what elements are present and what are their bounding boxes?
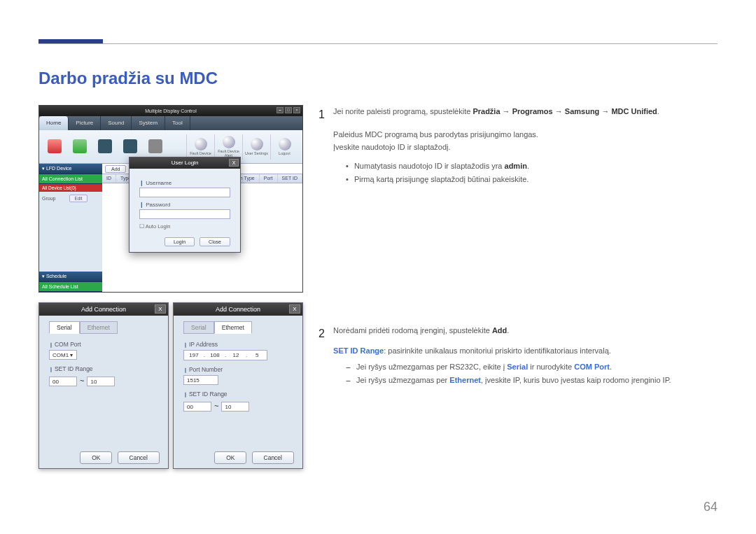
tab-home[interactable]: Home	[39, 116, 69, 130]
page-number: 64	[704, 500, 718, 514]
fault-device-icon	[195, 138, 207, 150]
page-title: Darbo pradžia su MDC	[38, 69, 218, 88]
auto-login-checkbox[interactable]: Auto Login	[139, 223, 230, 230]
add-button[interactable]: Add	[105, 165, 126, 173]
header-rule	[38, 43, 718, 44]
dialog-close-icon[interactable]: X	[289, 304, 300, 314]
com-port-label: COM Port	[49, 341, 158, 348]
step-2-number: 2	[318, 324, 331, 343]
login-button[interactable]: Login	[164, 237, 195, 246]
port-input[interactable]: 1515	[183, 375, 218, 385]
step-1: 1 Jei norite paleisti programą, spustelė…	[318, 105, 718, 185]
tab-picture[interactable]: Picture	[69, 116, 101, 130]
login-title: User Login X	[130, 157, 240, 169]
login-close-button[interactable]: Close	[200, 237, 230, 246]
tab-serial[interactable]: Serial	[49, 321, 80, 334]
step1-bullet-2: Pirmą kartą prisijungę slaptažodį būtina…	[346, 173, 711, 186]
step2-dash-2: Jei ryšys užmezgamas per Ethernet, įvesk…	[346, 374, 711, 387]
step-1-number: 1	[318, 105, 331, 124]
username-input[interactable]	[139, 188, 230, 197]
power-on-button[interactable]	[43, 134, 66, 160]
text-column: 1 Jei norite paleisti programą, spustelė…	[318, 105, 718, 399]
step1-p1: Paleidus MDC programą bus parodytas pris…	[333, 128, 711, 141]
login-dialog: User Login X Username Password Auto Logi…	[129, 157, 241, 253]
logout-button[interactable]: Logout	[270, 134, 298, 160]
sidebar-lfd-header[interactable]: ▾ LFD Device	[39, 164, 102, 174]
sidebar-schedule-list[interactable]: All Schedule List	[39, 282, 102, 292]
ok-button[interactable]: OK	[80, 451, 112, 464]
sidebar-edit-button[interactable]: Edit	[69, 195, 87, 202]
dialog-title: Add Connection	[81, 306, 126, 313]
input-source-button[interactable]	[94, 134, 116, 160]
tab-tool[interactable]: Tool	[165, 116, 190, 130]
dialog-title: Add Connection	[216, 306, 260, 313]
setid-from-input[interactable]: 00	[49, 377, 77, 386]
close-icon[interactable]: ×	[293, 107, 300, 113]
fault-alert-button[interactable]: Fault Device Alert	[214, 134, 242, 160]
password-input[interactable]	[139, 209, 230, 219]
setid-to-input-2[interactable]: 10	[221, 402, 249, 412]
password-label: Password	[139, 202, 230, 208]
step2-dash-1: Jei ryšys užmezgamas per RS232C, eikite …	[346, 360, 711, 374]
sidebar-schedule-header[interactable]: ▾ Schedule	[39, 272, 102, 282]
power-off-icon	[73, 139, 87, 153]
mdc-app-screenshot: Multiple Display Control ‒ □ × Home Pict…	[38, 105, 303, 293]
ip-label: IP Address	[183, 341, 293, 348]
step-2: 2 Norėdami pridėti rodomą įrenginį, spus…	[318, 324, 718, 386]
sidebar-conn-list[interactable]: All Connection List	[39, 174, 102, 184]
setid-label: SET ID Range	[49, 365, 158, 372]
volume-button[interactable]	[119, 134, 141, 160]
tab-sound[interactable]: Sound	[101, 116, 132, 130]
ip-input[interactable]: 197.108.12.5	[183, 350, 267, 360]
tab-serial[interactable]: Serial	[183, 321, 214, 334]
filter-button[interactable]	[144, 134, 167, 160]
minimize-icon[interactable]: ‒	[276, 107, 284, 113]
volume-icon	[123, 139, 137, 153]
power-on-icon	[48, 139, 62, 153]
logout-icon	[279, 138, 291, 150]
tab-ethernet[interactable]: Ethernet	[214, 321, 252, 334]
sidebar-body: Group Edit	[39, 192, 102, 272]
screenshots-column: Multiple Display Control ‒ □ × Home Pict…	[38, 105, 303, 469]
setid-label-2: SET ID Range	[183, 391, 293, 398]
user-settings-button[interactable]: User Settings	[242, 134, 270, 160]
sidebar: ▾ LFD Device All Connection List All Dev…	[39, 164, 102, 292]
setid-from-input-2[interactable]: 00	[183, 402, 211, 412]
maximize-icon[interactable]: □	[285, 107, 292, 113]
add-connection-serial-dialog: Add ConnectionX Serial Ethernet COM Port…	[38, 302, 169, 469]
ok-button-2[interactable]: OK	[214, 451, 246, 464]
add-connection-ethernet-dialog: Add ConnectionX Serial Ethernet IP Addre…	[173, 302, 303, 469]
step1-bullet-1: Numatytasis naudotojo ID ir slaptažodis …	[346, 160, 711, 173]
setid-to-input[interactable]: 10	[87, 377, 115, 386]
step1-p2: Įveskite naudotojo ID ir slaptažodį.	[333, 141, 711, 154]
cancel-button-2[interactable]: Cancel	[252, 451, 294, 464]
source-icon	[98, 139, 112, 153]
alert-icon	[223, 136, 235, 148]
login-close-icon[interactable]: X	[229, 159, 239, 167]
sidebar-device-list[interactable]: All Device List(0)	[39, 184, 102, 192]
dialog-close-icon[interactable]: X	[155, 304, 166, 314]
power-off-button[interactable]	[69, 134, 91, 160]
tab-ethernet[interactable]: Ethernet	[80, 321, 118, 334]
filter-icon	[148, 139, 162, 153]
window-titlebar: Multiple Display Control ‒ □ ×	[39, 106, 302, 116]
menu-tabs: Home Picture Sound System Tool	[39, 116, 302, 130]
user-icon	[251, 138, 263, 150]
fault-device-button[interactable]: Fault Device	[186, 134, 214, 160]
port-label: Port Number	[183, 366, 293, 373]
window-title: Multiple Display Control	[145, 108, 197, 113]
com-port-select[interactable]: COM1 ▾	[49, 350, 77, 360]
tab-system[interactable]: System	[132, 116, 165, 130]
sidebar-group-label: Group	[42, 196, 55, 201]
username-label: Username	[139, 180, 230, 186]
cancel-button[interactable]: Cancel	[118, 451, 160, 464]
